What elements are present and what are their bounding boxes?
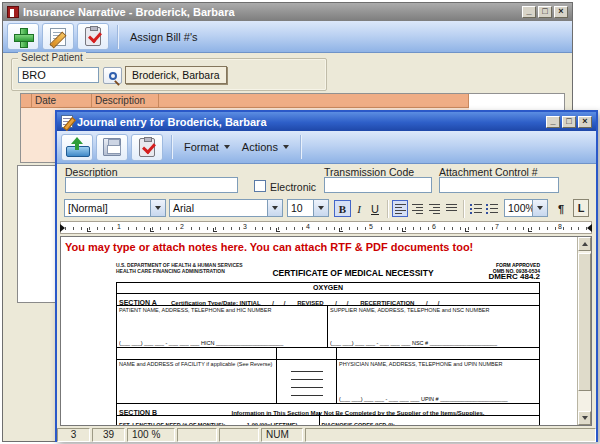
ruler[interactable]: 1 2 3 4 5 6 7 8 (60, 221, 592, 234)
paragraph-style-combo[interactable]: [Normal] (64, 199, 166, 217)
combo-dropdown-button[interactable] (313, 200, 328, 216)
cmn-form: U.S. DEPARTMENT OF HEALTH & HUMAN SERVIC… (116, 262, 540, 426)
tab-stop-marker (402, 228, 406, 232)
format-menu-button[interactable]: Format (178, 141, 236, 153)
format-separator (463, 200, 465, 218)
patient-dob-line: PT DOB ___/___/___; Sex ____ (M/F); HT. … (339, 358, 518, 359)
patient-search-button[interactable] (103, 67, 122, 84)
verify-narrative-button[interactable] (77, 23, 109, 50)
format-separator (387, 200, 389, 218)
align-left-button[interactable] (392, 200, 408, 217)
add-narrative-button[interactable] (7, 23, 39, 50)
numbered-list-button[interactable] (484, 200, 499, 217)
toolbar-separator (117, 25, 119, 49)
minimize-button[interactable]: _ (522, 6, 536, 18)
chevron-down-icon (224, 145, 230, 149)
facility-label: NAME and ADDRESS of FACILITY if applicab… (119, 361, 274, 367)
ruler-number: 6 (431, 223, 437, 230)
tab-stop-marker (276, 228, 280, 232)
form-code: DMERC 484.2 (460, 274, 540, 280)
maximize-button[interactable]: □ (538, 6, 552, 18)
insurance-toolbar: Assign Bill #'s (3, 21, 572, 53)
bullet-list-button[interactable] (468, 200, 483, 217)
vertical-scrollbar[interactable] (577, 237, 591, 425)
column-header-date[interactable]: Date (32, 94, 92, 108)
right-margin-marker[interactable] (587, 224, 592, 232)
maximize-button[interactable]: □ (562, 116, 576, 128)
chevron-down-icon (537, 206, 543, 210)
patient-phone-line: (___ ___) ___ ___ - ___ ___ ___ HICN ___… (119, 340, 325, 346)
ruler-number: 8 (557, 223, 563, 230)
scroll-up-button[interactable] (578, 237, 591, 251)
verify-button[interactable] (131, 134, 163, 161)
transmission-code-input[interactable] (324, 177, 432, 193)
ruler-number: 5 (368, 223, 374, 230)
form-title: CERTIFICATE OF MEDICAL NECESSITY (246, 262, 460, 280)
chevron-down-icon (283, 145, 289, 149)
underline-button[interactable]: U (367, 200, 383, 217)
chevron-down-icon (318, 206, 324, 210)
font-name-combo[interactable]: Arial (169, 199, 283, 217)
column-header-description[interactable]: Description (92, 94, 159, 108)
est-length-label: EST. LENGTH OF NEED (# OF MONTHS): _____… (119, 422, 297, 426)
edit-narrative-button[interactable] (42, 23, 74, 50)
journal-app-icon (61, 115, 73, 128)
close-button[interactable]: × (554, 6, 568, 18)
tab-stop-button[interactable]: L (573, 199, 589, 217)
description-input[interactable] (65, 177, 238, 193)
tab-stop-marker (528, 228, 532, 232)
font-size-combo[interactable]: 10 (287, 199, 329, 217)
font-name-value: Arial (170, 200, 267, 216)
diagnosis-codes-label: DIAGNOSIS CODES (ICD-9): ________ ______… (322, 422, 499, 426)
ruler-number: 3 (242, 223, 248, 230)
agency-line2: HEALTH CARE FINANCING ADMINISTRATION (116, 268, 246, 274)
align-justify-button[interactable] (443, 200, 459, 217)
actions-menu-button[interactable]: Actions (236, 141, 295, 153)
minimize-button[interactable]: _ (546, 116, 560, 128)
align-right-button[interactable] (426, 200, 442, 217)
import-button[interactable] (61, 134, 93, 161)
show-paragraph-marks-button[interactable]: ¶ (554, 200, 568, 217)
align-left-icon (395, 204, 406, 214)
selected-patient-button[interactable]: Broderick, Barbara (125, 66, 227, 84)
journal-toolbar: Format Actions (57, 131, 596, 164)
arrow-up-icon (582, 242, 588, 246)
assign-bill-button[interactable]: Assign Bill #'s (124, 31, 204, 43)
electronic-checkbox[interactable] (254, 180, 266, 192)
clipboard-check-icon (139, 138, 155, 157)
journal-titlebar[interactable]: Journal entry for Broderick, Barbara _ □… (57, 112, 596, 131)
zoom-combo[interactable]: 100% (504, 199, 548, 217)
magnifier-icon (109, 72, 117, 80)
electronic-label: Electronic (270, 181, 316, 193)
save-icon (103, 138, 121, 156)
tab-stop-marker (339, 228, 343, 232)
font-size-value: 10 (288, 200, 313, 216)
arrow-down-icon (582, 416, 588, 420)
insurance-titlebar[interactable]: Insurance Narrative - Broderick, Barbara… (3, 3, 572, 21)
combo-dropdown-button[interactable] (150, 200, 165, 216)
align-center-button[interactable] (409, 200, 425, 217)
attachment-control-input[interactable] (439, 177, 559, 193)
select-patient-label: Select Patient (18, 52, 86, 63)
chevron-down-icon (272, 206, 278, 210)
document-area[interactable]: You may type or attach notes here. You c… (60, 236, 592, 426)
toolbar-separator (171, 135, 173, 159)
ruler-number: 2 (179, 223, 185, 230)
bold-button[interactable]: B (334, 200, 351, 217)
supplier-info-label: SUPPLIER NAME, ADDRESS, TELEPHONE and NS… (330, 307, 537, 313)
status-bar: 3 39 100 % NUM (57, 428, 596, 442)
certification-type-line: Certification Type/Date: INITIAL ___/___… (171, 300, 449, 306)
hcpcs-code-blanks (277, 360, 337, 403)
edit-icon (50, 28, 66, 46)
zoom-value: 100% (505, 200, 532, 216)
status-cell-line: 3 (57, 428, 90, 442)
save-button[interactable] (96, 134, 128, 161)
scroll-down-button[interactable] (578, 411, 591, 425)
close-button[interactable]: × (578, 116, 592, 128)
patient-search-input[interactable] (18, 67, 99, 83)
scrollbar-thumb[interactable] (578, 253, 591, 391)
italic-button[interactable]: I (352, 200, 366, 217)
combo-dropdown-button[interactable] (267, 200, 282, 216)
patient-info-label: PATIENT NAME, ADDRESS, TELEPHONE and HIC… (119, 307, 325, 313)
combo-dropdown-button[interactable] (532, 200, 547, 216)
